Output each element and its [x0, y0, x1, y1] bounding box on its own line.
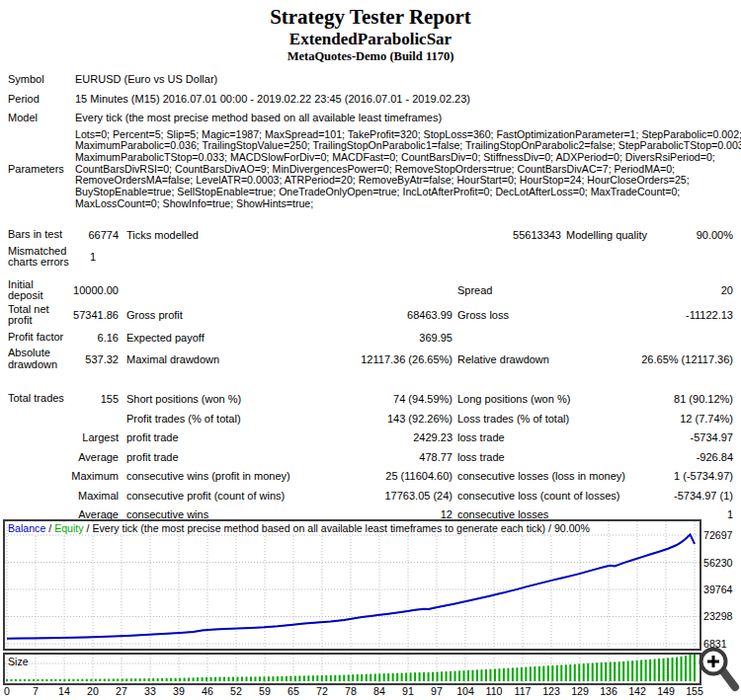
x-axis-tick-label: 110	[486, 685, 503, 697]
legend-description: / Every tick (the most precise method ba…	[84, 522, 590, 534]
row-label-3: consecutive losses (loss in money)	[457, 470, 625, 482]
server-build: MetaQuotes-Demo (Build 1170)	[0, 49, 741, 64]
y-axis-tick-label: 56230	[703, 557, 740, 569]
row-value-3: 1 (-5734.97)	[674, 470, 733, 482]
row-value-1: 10000.00	[67, 284, 119, 296]
row-value-3: 12 (7.74%)	[680, 413, 733, 425]
report-header: Strategy Tester Report ExtendedParabolic…	[0, 0, 741, 64]
row-mid-pair: profit trade478.77	[126, 451, 453, 463]
zoom-in-icon[interactable]	[697, 647, 740, 696]
x-axis-tick-label: 46	[202, 685, 213, 697]
row-label-line: drawdown	[8, 359, 67, 371]
row-label: Profit factor	[8, 332, 67, 344]
row-label: Total netprofit	[8, 304, 67, 327]
x-axis-tick-label: 104	[456, 685, 474, 697]
row-label-line: profit	[8, 315, 67, 327]
row-mid-pair: Expected payoff369.95	[126, 332, 453, 344]
row-label-2: profit trade	[126, 431, 179, 443]
row-label-3: Long positions (won %)	[457, 393, 570, 405]
row-value-2: 143 (92.26%)	[387, 413, 453, 425]
row-value-1: 66774	[67, 229, 119, 241]
row-label-3: loss trade	[457, 431, 505, 443]
row-value-1: 1	[67, 251, 119, 263]
x-axis-tick-label: 84	[373, 685, 385, 697]
row-label-2: Expected payoff	[126, 332, 205, 344]
report-row: ParametersLots=0; Percent=5; Slip=5; Mag…	[8, 128, 733, 211]
row-label: Model	[8, 113, 67, 124]
x-axis-tick-label: 123	[542, 685, 560, 697]
y-axis-tick-label: 72697	[703, 529, 740, 541]
row-value-2: 68463.99	[407, 309, 453, 321]
row-label: Bars in test	[8, 229, 67, 241]
size-chart-label: Size	[8, 656, 29, 667]
x-axis-tick-label: 91	[402, 685, 414, 697]
x-axis-tick-label: 72	[316, 685, 328, 697]
x-axis-tick-label: 59	[259, 685, 271, 697]
chart-legend: Balance / Equity / Every tick (the most …	[8, 522, 593, 534]
x-axis-tick-label: 78	[345, 685, 357, 697]
x-axis-tick-label: 149	[657, 685, 675, 697]
row-end-pair: Loss trades (% of total)12 (7.74%)	[457, 413, 733, 425]
wide-value-line: Every tick (the most precise method base…	[75, 112, 733, 124]
row-mid-pair: Ticks modelled55613343	[126, 229, 561, 241]
row-value-1: Average	[67, 451, 119, 463]
x-axis-tick-label: 97	[431, 685, 443, 697]
x-axis-tick-label: 7	[33, 685, 39, 697]
row-value-2: 55613343	[513, 229, 561, 241]
report-table: SymbolEURUSD (Euro vs US Dollar)Period15…	[0, 64, 741, 524]
row-value-1: Maximum	[67, 470, 119, 482]
row-label-3: loss trade	[457, 451, 505, 463]
row-end-pair: loss trade-926.84	[457, 451, 733, 463]
row-value-1: Largest	[67, 431, 119, 443]
wide-value-line: 15 Minutes (M15) 2016.07.01 00:00 - 2019…	[75, 93, 733, 106]
row-end-pair: Modelling quality90.00%	[566, 229, 733, 241]
x-axis-tick-label: 0	[4, 685, 10, 697]
size-chart-canvas	[5, 655, 700, 683]
report-row: Profit factor6.16Expected payoff369.95	[8, 328, 733, 348]
row-value-3: -5734.97 (1)	[674, 490, 733, 502]
row-value-3: 26.65% (12117.36)	[641, 353, 733, 365]
report-row: Largestprofit trade2429.23loss trade-573…	[8, 428, 733, 447]
row-label-line: Parameters	[8, 164, 67, 176]
row-label-2: Maximal drawdown	[126, 353, 219, 365]
row-label-2: profit trade	[126, 451, 179, 463]
row-value-3: -5734.97	[691, 431, 733, 443]
row-wide-value: Lots=0; Percent=5; Slip=5; Magic=1987; M…	[75, 129, 741, 210]
report-row: Maximalconsecutive profit (count of wins…	[8, 486, 733, 506]
x-axis-tick-label: 27	[116, 685, 127, 697]
balance-chart: Balance / Equity / Every tick (the most …	[3, 519, 701, 651]
x-axis-tick-label: 142	[628, 685, 646, 697]
row-value-3: -926.84	[697, 451, 733, 463]
report-row: ModelEvery tick (the most precise method…	[8, 109, 733, 128]
y-axis-tick-label: 23298	[703, 610, 740, 622]
row-label-3: Modelling quality	[566, 229, 647, 241]
row-value-1: 57341.86	[67, 309, 119, 321]
row-value-3: 1	[727, 508, 733, 520]
row-value-3: 81 (90.12%)	[674, 393, 733, 405]
row-end-pair: Long positions (won %)81 (90.12%)	[457, 393, 733, 405]
x-axis-tick-label: 14	[58, 685, 70, 697]
row-mid-pair: Maximal drawdown12117.36 (26.65%)	[126, 353, 453, 365]
row-mid-pair: consecutive profit (count of wins)17763.…	[126, 490, 453, 502]
wide-value-line: EURUSD (Euro vs US Dollar)	[75, 73, 733, 86]
report-row: Period15 Minutes (M15) 2016.07.01 00:00 …	[8, 90, 733, 110]
report-row: Bars in test66774Ticks modelled55613343M…	[8, 225, 733, 245]
row-end-pair: consecutive loss (count of losses)-5734.…	[457, 490, 733, 502]
row-label-3: Spread	[457, 284, 492, 296]
row-mid-pair: Gross profit68463.99	[126, 309, 453, 321]
row-wide-value: 15 Minutes (M15) 2016.07.01 00:00 - 2019…	[75, 93, 733, 106]
x-axis-tick-label: 136	[600, 685, 618, 697]
row-label-2: Gross profit	[126, 309, 183, 321]
size-chart: Size	[3, 653, 701, 685]
report-row: Absolutedrawdown537.32Maximal drawdown12…	[8, 347, 733, 371]
row-label-line: Symbol	[8, 74, 67, 86]
row-value-1: Maximal	[67, 490, 119, 502]
row-end-pair: loss trade-5734.97	[457, 431, 733, 443]
row-value-2: 74 (94.59%)	[393, 393, 453, 405]
report-row: Mismatchedcharts errors1	[8, 245, 733, 270]
row-label-3: Gross loss	[457, 309, 509, 321]
report-row: Maximumconsecutive wins (profit in money…	[8, 466, 733, 486]
legend-equity: Equity	[54, 522, 83, 534]
x-axis-tick-label: 52	[230, 685, 242, 697]
legend-balance: Balance	[8, 522, 45, 534]
